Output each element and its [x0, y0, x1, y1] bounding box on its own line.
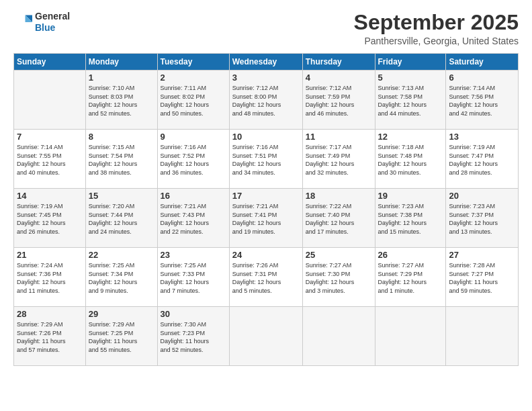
day-info: Sunrise: 7:15 AM Sunset: 7:54 PM Dayligh… — [89, 143, 154, 177]
calendar-week-row: 28Sunrise: 7:29 AM Sunset: 7:26 PM Dayli… — [14, 307, 519, 366]
calendar-cell: 18Sunrise: 7:22 AM Sunset: 7:40 PM Dayli… — [302, 189, 375, 248]
day-number: 21 — [17, 250, 83, 260]
calendar-cell: 25Sunrise: 7:27 AM Sunset: 7:30 PM Dayli… — [302, 248, 375, 307]
day-info: Sunrise: 7:12 AM Sunset: 7:59 PM Dayligh… — [306, 84, 372, 118]
day-number: 26 — [378, 250, 443, 260]
calendar-cell: 5Sunrise: 7:13 AM Sunset: 7:58 PM Daylig… — [375, 71, 446, 130]
calendar-cell: 23Sunrise: 7:25 AM Sunset: 7:33 PM Dayli… — [157, 248, 229, 307]
calendar-day-header: Wednesday — [229, 54, 302, 71]
day-info: Sunrise: 7:21 AM Sunset: 7:41 PM Dayligh… — [232, 202, 300, 236]
calendar-cell: 26Sunrise: 7:27 AM Sunset: 7:29 PM Dayli… — [375, 248, 446, 307]
logo-text: General Blue — [35, 11, 70, 34]
calendar-cell: 4Sunrise: 7:12 AM Sunset: 7:59 PM Daylig… — [302, 71, 375, 130]
day-info: Sunrise: 7:17 AM Sunset: 7:49 PM Dayligh… — [306, 143, 372, 177]
day-number: 23 — [161, 250, 226, 260]
calendar-day-header: Friday — [375, 54, 446, 71]
day-number: 2 — [161, 73, 226, 83]
month-title: September 2025 — [354, 11, 519, 34]
day-info: Sunrise: 7:10 AM Sunset: 8:03 PM Dayligh… — [89, 84, 154, 118]
calendar-week-row: 7Sunrise: 7:14 AM Sunset: 7:55 PM Daylig… — [14, 130, 519, 189]
day-number: 30 — [161, 309, 226, 319]
logo: General Blue — [13, 11, 70, 34]
day-info: Sunrise: 7:29 AM Sunset: 7:26 PM Dayligh… — [17, 320, 83, 354]
day-info: Sunrise: 7:21 AM Sunset: 7:43 PM Dayligh… — [161, 202, 226, 236]
day-number: 7 — [17, 132, 83, 142]
calendar-cell: 14Sunrise: 7:19 AM Sunset: 7:45 PM Dayli… — [14, 189, 86, 248]
day-number: 14 — [17, 191, 83, 201]
calendar-day-header: Thursday — [302, 54, 375, 71]
calendar-cell — [229, 307, 302, 366]
title-block: September 2025 Panthersville, Georgia, U… — [354, 11, 519, 46]
calendar-cell: 19Sunrise: 7:23 AM Sunset: 7:38 PM Dayli… — [375, 189, 446, 248]
calendar-cell: 3Sunrise: 7:12 AM Sunset: 8:00 PM Daylig… — [229, 71, 302, 130]
calendar-cell: 17Sunrise: 7:21 AM Sunset: 7:41 PM Dayli… — [229, 189, 302, 248]
day-info: Sunrise: 7:18 AM Sunset: 7:48 PM Dayligh… — [378, 143, 443, 177]
day-info: Sunrise: 7:13 AM Sunset: 7:58 PM Dayligh… — [378, 84, 443, 118]
day-info: Sunrise: 7:29 AM Sunset: 7:25 PM Dayligh… — [89, 320, 154, 354]
day-number: 18 — [306, 191, 372, 201]
day-info: Sunrise: 7:16 AM Sunset: 7:52 PM Dayligh… — [161, 143, 226, 177]
day-number: 29 — [89, 309, 154, 319]
day-info: Sunrise: 7:16 AM Sunset: 7:51 PM Dayligh… — [232, 143, 300, 177]
calendar-cell — [446, 307, 519, 366]
calendar-cell: 20Sunrise: 7:23 AM Sunset: 7:37 PM Dayli… — [446, 189, 519, 248]
calendar-cell — [14, 71, 86, 130]
calendar-cell: 7Sunrise: 7:14 AM Sunset: 7:55 PM Daylig… — [14, 130, 86, 189]
calendar-cell: 29Sunrise: 7:29 AM Sunset: 7:25 PM Dayli… — [85, 307, 157, 366]
calendar-cell: 13Sunrise: 7:19 AM Sunset: 7:47 PM Dayli… — [446, 130, 519, 189]
logo-blue: Blue — [35, 22, 55, 33]
day-info: Sunrise: 7:14 AM Sunset: 7:56 PM Dayligh… — [449, 84, 515, 118]
calendar-cell: 27Sunrise: 7:28 AM Sunset: 7:27 PM Dayli… — [446, 248, 519, 307]
day-number: 6 — [449, 73, 515, 83]
calendar-cell: 15Sunrise: 7:20 AM Sunset: 7:44 PM Dayli… — [85, 189, 157, 248]
day-info: Sunrise: 7:22 AM Sunset: 7:40 PM Dayligh… — [306, 202, 372, 236]
calendar-day-header: Sunday — [14, 54, 86, 71]
day-info: Sunrise: 7:12 AM Sunset: 8:00 PM Dayligh… — [232, 84, 300, 118]
calendar-cell: 22Sunrise: 7:25 AM Sunset: 7:34 PM Dayli… — [85, 248, 157, 307]
calendar-cell: 11Sunrise: 7:17 AM Sunset: 7:49 PM Dayli… — [302, 130, 375, 189]
day-info: Sunrise: 7:23 AM Sunset: 7:38 PM Dayligh… — [378, 202, 443, 236]
page: General Blue September 2025 Panthersvill… — [0, 0, 532, 411]
calendar-cell: 28Sunrise: 7:29 AM Sunset: 7:26 PM Dayli… — [14, 307, 86, 366]
day-number: 11 — [306, 132, 372, 142]
day-number: 15 — [89, 191, 154, 201]
calendar-cell: 16Sunrise: 7:21 AM Sunset: 7:43 PM Dayli… — [157, 189, 229, 248]
calendar-cell: 24Sunrise: 7:26 AM Sunset: 7:31 PM Dayli… — [229, 248, 302, 307]
calendar-day-header: Tuesday — [157, 54, 229, 71]
calendar-cell: 12Sunrise: 7:18 AM Sunset: 7:48 PM Dayli… — [375, 130, 446, 189]
day-number: 27 — [449, 250, 515, 260]
day-number: 16 — [161, 191, 226, 201]
day-number: 24 — [232, 250, 300, 260]
day-number: 12 — [378, 132, 443, 142]
day-number: 8 — [89, 132, 154, 142]
day-info: Sunrise: 7:25 AM Sunset: 7:33 PM Dayligh… — [161, 261, 226, 295]
calendar-week-row: 21Sunrise: 7:24 AM Sunset: 7:36 PM Dayli… — [14, 248, 519, 307]
calendar: SundayMondayTuesdayWednesdayThursdayFrid… — [13, 53, 519, 366]
calendar-cell: 30Sunrise: 7:30 AM Sunset: 7:23 PM Dayli… — [157, 307, 229, 366]
day-info: Sunrise: 7:24 AM Sunset: 7:36 PM Dayligh… — [17, 261, 83, 295]
day-info: Sunrise: 7:25 AM Sunset: 7:34 PM Dayligh… — [89, 261, 154, 295]
calendar-cell: 1Sunrise: 7:10 AM Sunset: 8:03 PM Daylig… — [85, 71, 157, 130]
day-number: 17 — [232, 191, 300, 201]
day-info: Sunrise: 7:19 AM Sunset: 7:47 PM Dayligh… — [449, 143, 515, 177]
day-number: 25 — [306, 250, 372, 260]
calendar-cell: 9Sunrise: 7:16 AM Sunset: 7:52 PM Daylig… — [157, 130, 229, 189]
day-number: 19 — [378, 191, 443, 201]
day-number: 5 — [378, 73, 443, 83]
location: Panthersville, Georgia, United States — [354, 36, 519, 46]
calendar-cell — [302, 307, 375, 366]
day-info: Sunrise: 7:27 AM Sunset: 7:29 PM Dayligh… — [378, 261, 443, 295]
day-info: Sunrise: 7:26 AM Sunset: 7:31 PM Dayligh… — [232, 261, 300, 295]
calendar-cell: 10Sunrise: 7:16 AM Sunset: 7:51 PM Dayli… — [229, 130, 302, 189]
calendar-cell: 21Sunrise: 7:24 AM Sunset: 7:36 PM Dayli… — [14, 248, 86, 307]
day-info: Sunrise: 7:28 AM Sunset: 7:27 PM Dayligh… — [449, 261, 515, 295]
logo-icon — [13, 13, 32, 32]
day-info: Sunrise: 7:20 AM Sunset: 7:44 PM Dayligh… — [89, 202, 154, 236]
calendar-cell — [375, 307, 446, 366]
day-info: Sunrise: 7:30 AM Sunset: 7:23 PM Dayligh… — [161, 320, 226, 354]
day-number: 28 — [17, 309, 83, 319]
day-number: 9 — [161, 132, 226, 142]
calendar-cell: 2Sunrise: 7:11 AM Sunset: 8:02 PM Daylig… — [157, 71, 229, 130]
calendar-day-header: Saturday — [446, 54, 519, 71]
day-number: 4 — [306, 73, 372, 83]
